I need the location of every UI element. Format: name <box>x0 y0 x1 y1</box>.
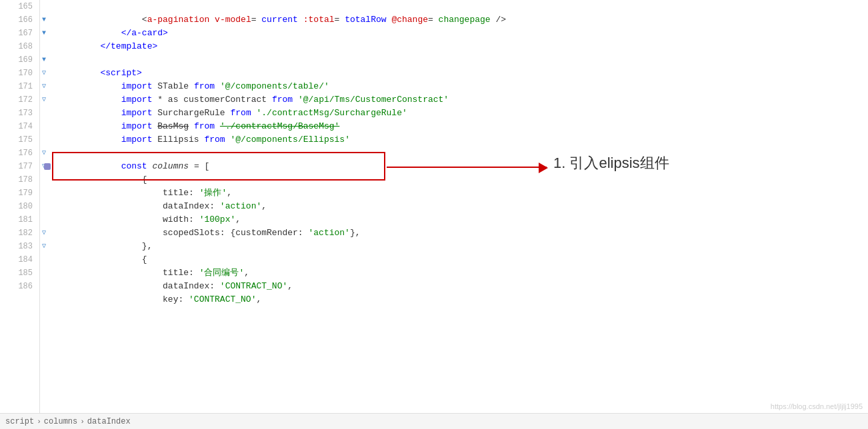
code-line-186: key: 'CONTRACT_NO', <box>59 280 868 293</box>
code-line-183: { <box>59 240 868 253</box>
gutter-169[interactable]: ▼ <box>40 53 48 67</box>
code-line-166: </a-card> <box>59 13 868 27</box>
gutter-165 <box>40 0 48 13</box>
code-line-176: const columns = [ <box>59 147 868 160</box>
scroll-indicator[interactable] <box>44 163 51 170</box>
arrow-line <box>387 167 547 168</box>
gutter-174 <box>40 120 48 133</box>
status-script: script <box>5 417 34 426</box>
line-num-168: 168 <box>0 40 33 53</box>
line-num-185: 185 <box>0 266 33 280</box>
gutter-166[interactable]: ▼ <box>40 13 48 27</box>
gutter-186 <box>40 280 48 293</box>
line-num-181: 181 <box>0 213 33 226</box>
gutter-171[interactable]: ▽ <box>40 80 48 93</box>
line-num-179: 179 <box>0 187 33 200</box>
gutter-183[interactable]: ▽ <box>40 240 48 253</box>
code-line-182: }, <box>59 226 868 240</box>
status-bar: script › columns › dataIndex <box>0 413 868 429</box>
gutter-182[interactable]: ▽ <box>40 226 48 240</box>
line-num-174: 174 <box>0 120 33 133</box>
arrow-container <box>387 161 547 163</box>
gutter-178 <box>40 173 48 187</box>
line-num-166: 166 <box>0 13 33 27</box>
code-line-175 <box>59 133 868 147</box>
code-line-167: </template> <box>59 27 868 40</box>
gutter-179 <box>40 187 48 200</box>
line-num-171: 171 <box>0 80 33 93</box>
code-line-185: dataIndex: 'CONTRACT_NO', <box>59 266 868 280</box>
code-line-184: title: '合同编号', <box>59 253 868 266</box>
arrow-head <box>539 163 548 173</box>
gutter-185 <box>40 266 48 280</box>
line-num-176: 176 <box>0 147 33 160</box>
gutter-168 <box>40 40 48 53</box>
code-line-173: import BasMsg from './contractMsg/BaseMs… <box>59 107 868 120</box>
gutter-170[interactable]: ▽ <box>40 67 48 80</box>
line-num-182: 182 <box>0 226 33 240</box>
line-num-167: 167 <box>0 27 33 40</box>
code-line-171: import * as customerContract from '@/api… <box>59 80 868 93</box>
watermark: https://blog.csdn.net/jljlj1995 <box>771 402 863 410</box>
code-area: 165 166 167 168 169 170 171 172 173 174 … <box>0 0 868 413</box>
gutter-175 <box>40 133 48 147</box>
gutter-173 <box>40 107 48 120</box>
code-line-180: width: '100px', <box>59 200 868 213</box>
gutter-181 <box>40 213 48 226</box>
status-dataindex: dataIndex <box>87 417 131 426</box>
gutter-172[interactable]: ▽ <box>40 93 48 107</box>
code-line-168 <box>59 40 868 53</box>
code-line-172: import SurchargeRule from './contractMsg… <box>59 93 868 107</box>
line-num-180: 180 <box>0 200 33 213</box>
line-num-173: 173 <box>0 107 33 120</box>
status-arrow-2: › <box>80 418 85 426</box>
line-numbers: 165 166 167 168 169 170 171 172 173 174 … <box>0 0 40 413</box>
code-line-179: dataIndex: 'action', <box>59 187 868 200</box>
gutter-184 <box>40 253 48 266</box>
line-num-177: 177 <box>0 160 33 173</box>
code-line-169: <script> <box>59 53 868 67</box>
code-line-170: import STable from '@/components/table/' <box>59 67 868 80</box>
line-num-169: 169 <box>0 53 33 67</box>
code-line-174: import Ellipsis from '@/components/Ellip… <box>59 120 868 133</box>
line-num-170: 170 <box>0 67 33 80</box>
line-num-186: 186 <box>0 280 33 293</box>
gutter-176[interactable]: ▽ <box>40 147 48 160</box>
code-line-165: <a-pagination v-model= current :total= t… <box>59 0 868 13</box>
status-columns: columns <box>44 417 77 426</box>
gutter-167[interactable]: ▼ <box>40 27 48 40</box>
gutter-180 <box>40 200 48 213</box>
code-line-181: scopedSlots: {customRender: 'action'}, <box>59 213 868 226</box>
annotation-text: 1. 引入elipsis组件 <box>553 153 669 173</box>
gutter: ▼ ▼ ▼ ▽ ▽ ▽ ▽ ▽ ▽ ▽ <box>40 0 53 413</box>
line-num-178: 178 <box>0 173 33 187</box>
line-num-165: 165 <box>0 0 33 13</box>
code-lines: <a-pagination v-model= current :total= t… <box>53 0 868 413</box>
line-num-183: 183 <box>0 240 33 253</box>
code-line-178: title: '操作', <box>59 173 868 187</box>
line-num-172: 172 <box>0 93 33 107</box>
editor-container: 165 166 167 168 169 170 171 172 173 174 … <box>0 0 868 429</box>
line-num-175: 175 <box>0 133 33 147</box>
status-arrow-1: › <box>37 418 41 426</box>
line-num-184: 184 <box>0 253 33 266</box>
